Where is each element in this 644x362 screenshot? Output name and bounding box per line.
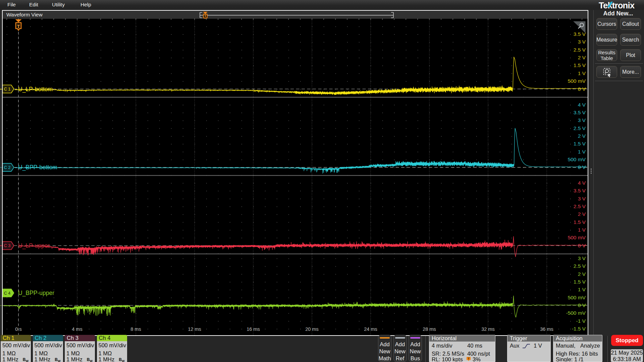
svg-text:0 s: 0 s: [15, 326, 21, 332]
svg-text:3.5 V: 3.5 V: [574, 110, 586, 115]
svg-text:1 V: 1 V: [578, 287, 586, 292]
svg-text:-1 V: -1 V: [576, 318, 586, 324]
svg-text:2.5 V: 2.5 V: [574, 263, 586, 269]
svg-text:1 V: 1 V: [578, 149, 586, 155]
svg-text:36 ms: 36 ms: [540, 326, 553, 332]
svg-text:-1.5 V: -1.5 V: [572, 326, 586, 331]
svg-text:1.5 V: 1.5 V: [574, 141, 586, 146]
svg-text:12 ms: 12 ms: [188, 326, 201, 332]
svg-text:T: T: [468, 357, 470, 360]
svg-text:C 2: C 2: [4, 165, 11, 170]
svg-text:0 V: 0 V: [578, 243, 586, 248]
svg-text:2.5 V: 2.5 V: [574, 47, 586, 53]
svg-text:500 mV: 500 mV: [568, 157, 586, 162]
svg-text:0 V: 0 V: [578, 302, 586, 308]
svg-text:500 mV: 500 mV: [568, 295, 586, 300]
svg-text:2 V: 2 V: [578, 133, 586, 139]
svg-text:3.5 V: 3.5 V: [574, 188, 586, 193]
svg-text:2.5 V: 2.5 V: [574, 203, 586, 209]
svg-text:U_LP-bottom: U_LP-bottom: [18, 86, 53, 93]
svg-text:0 V: 0 V: [578, 164, 586, 170]
svg-text:C 3: C 3: [4, 243, 11, 248]
svg-text:1.5 V: 1.5 V: [574, 219, 586, 225]
svg-text:2 V: 2 V: [578, 271, 586, 277]
svg-text:1 V: 1 V: [578, 70, 586, 76]
svg-text:2 V: 2 V: [578, 55, 586, 60]
svg-text:1 V: 1 V: [578, 227, 586, 233]
svg-text:4 V: 4 V: [578, 102, 586, 108]
svg-text:4 V: 4 V: [578, 180, 586, 186]
svg-text:3 V: 3 V: [578, 117, 586, 123]
svg-text:-500 mV: -500 mV: [566, 310, 586, 316]
svg-text:500 mV: 500 mV: [568, 235, 586, 240]
svg-text:3 V: 3 V: [578, 255, 586, 261]
svg-text:1.5 V: 1.5 V: [574, 279, 586, 285]
svg-text:C 4: C 4: [4, 291, 11, 296]
svg-text:2.5 V: 2.5 V: [574, 125, 586, 131]
svg-text:T: T: [17, 24, 20, 29]
svg-text:3 V: 3 V: [578, 39, 586, 45]
svg-text:3 V: 3 V: [578, 196, 586, 201]
svg-text:16 ms: 16 ms: [247, 326, 260, 332]
svg-text:32 ms: 32 ms: [481, 326, 495, 332]
svg-text:20 ms: 20 ms: [305, 326, 319, 332]
svg-text:8 ms: 8 ms: [130, 326, 141, 332]
svg-text:0 V: 0 V: [578, 86, 586, 92]
svg-text:C 1: C 1: [4, 87, 11, 92]
svg-text:T: T: [204, 14, 207, 18]
svg-text:2 V: 2 V: [578, 211, 586, 217]
svg-text:U_LP-upper: U_LP-upper: [18, 242, 50, 249]
svg-text:1.5 V: 1.5 V: [574, 62, 586, 68]
svg-text:U_BPP-upper: U_BPP-upper: [18, 290, 54, 297]
svg-text:24 ms: 24 ms: [364, 326, 377, 332]
svg-text:U_BPP-bottom: U_BPP-bottom: [18, 164, 57, 171]
svg-text:3.5 V: 3.5 V: [574, 31, 586, 37]
svg-text:500 mV: 500 mV: [568, 78, 586, 84]
svg-text:4 ms: 4 ms: [72, 326, 82, 332]
svg-text:28 ms: 28 ms: [423, 326, 436, 332]
